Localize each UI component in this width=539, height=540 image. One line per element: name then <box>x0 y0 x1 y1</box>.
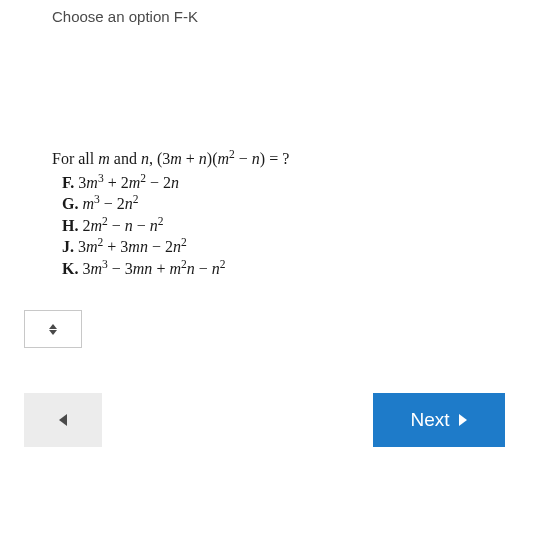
option-h: H. 2m2 − n − n2 <box>52 215 289 237</box>
option-g-label: G. <box>62 195 78 212</box>
updown-icon <box>49 324 57 335</box>
next-button-label: Next <box>410 409 449 431</box>
option-k-label: K. <box>62 260 78 277</box>
option-j: J. 3m2 + 3mn − 2n2 <box>52 236 289 258</box>
option-k: K. 3m3 − 3mn + m2n − n2 <box>52 258 289 280</box>
option-f-expr: 3m3 + 2m2 − 2n <box>78 174 179 191</box>
option-g-expr: m3 − 2n2 <box>82 195 138 212</box>
next-button[interactable]: Next <box>373 393 505 447</box>
option-f: F. 3m3 + 2m2 − 2n <box>52 172 289 194</box>
option-j-label: J. <box>62 238 74 255</box>
svg-marker-1 <box>459 414 467 426</box>
option-h-expr: 2m2 − n − n2 <box>82 217 163 234</box>
option-j-expr: 3m2 + 3mn − 2n2 <box>78 238 187 255</box>
previous-button[interactable] <box>24 393 102 447</box>
instruction-text: Choose an option F-K <box>52 8 198 25</box>
option-h-label: H. <box>62 217 78 234</box>
option-g: G. m3 − 2n2 <box>52 193 289 215</box>
triangle-right-icon <box>458 413 468 427</box>
question-block: For all m and n, (3m + n)(m2 − n) = ? F.… <box>52 148 289 280</box>
triangle-left-icon <box>58 413 68 427</box>
svg-marker-0 <box>59 414 67 426</box>
option-k-expr: 3m3 − 3mn + m2n − n2 <box>82 260 225 277</box>
answer-dropdown[interactable] <box>24 310 82 348</box>
option-f-label: F. <box>62 174 74 191</box>
question-prompt: For all m and n, (3m + n)(m2 − n) = ? <box>52 148 289 170</box>
